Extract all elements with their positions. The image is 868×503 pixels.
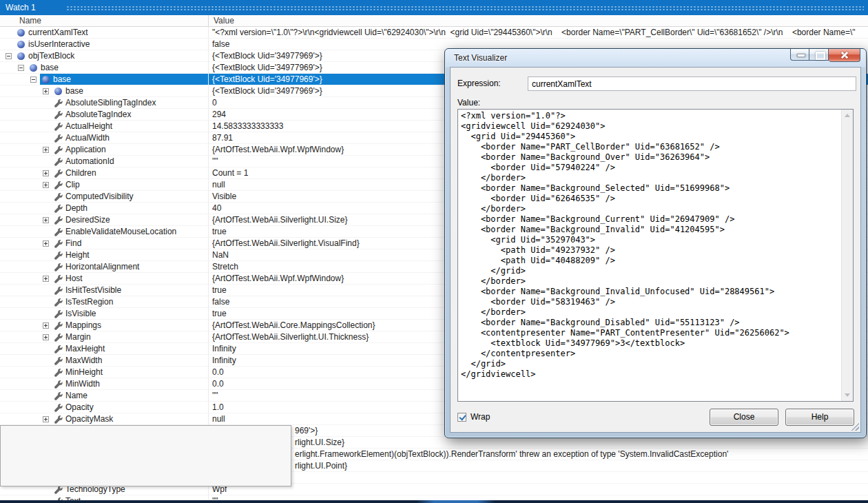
row-name: ActualHeight (65, 121, 112, 132)
expander-icon[interactable] (43, 170, 49, 176)
row-value[interactable]: 0.0 (212, 367, 224, 378)
expander-icon[interactable] (43, 334, 49, 340)
row-value[interactable]: 0.0 (212, 378, 224, 389)
wrench-icon (54, 181, 62, 189)
row-name: Depth (65, 203, 87, 214)
wrench-icon (54, 415, 62, 423)
window-edge-strip (0, 500, 868, 503)
row-value[interactable]: {ArtOfTest.WebAii.Silverlight.UI.Size} (212, 214, 348, 225)
row-value[interactable]: Count = 1 (212, 167, 248, 178)
row-name: base (53, 74, 71, 85)
row-value[interactable]: {<TextBlock Uid='34977969'>} (212, 85, 322, 96)
wrench-icon (54, 369, 62, 376)
row-value[interactable]: {ArtOfTest.WebAii.Core.MappingsCollectio… (212, 320, 375, 331)
scroll-down-arrow-icon[interactable] (845, 393, 850, 397)
value-text-area[interactable]: <?xml version="1.0"?> <gridviewcell Uid=… (457, 109, 854, 402)
variable-sphere-icon (17, 52, 25, 60)
row-name: Height (65, 249, 90, 260)
expander-icon[interactable] (43, 147, 49, 153)
expander-icon[interactable] (6, 53, 12, 59)
watch-window-titlebar[interactable]: Watch 1 (0, 0, 868, 15)
row-name: AutomationId (65, 156, 114, 167)
row-value[interactable]: "<?xml version=\"1.0\"?>\r\n<gridviewcel… (212, 27, 856, 38)
close-button[interactable]: Close (710, 409, 778, 426)
row-name: DesiredSize (65, 214, 110, 225)
column-resize-handle[interactable] (208, 15, 209, 26)
row-name: Mappings (65, 320, 101, 331)
row-value[interactable]: {ArtOfTest.WebAii.Wpf.WpfWindow} (212, 144, 344, 155)
row-value[interactable]: Infinity (212, 343, 236, 354)
wrench-icon (54, 228, 62, 236)
row-value[interactable]: 1.0 (212, 402, 224, 413)
wrench-icon (54, 392, 62, 400)
expander-icon[interactable] (43, 88, 49, 94)
expander-icon[interactable] (43, 217, 49, 223)
expander-icon[interactable] (43, 240, 49, 247)
row-value[interactable]: {ArtOfTest.WebAii.Wpf.WpfWindow} (212, 273, 344, 284)
wrench-icon (54, 298, 62, 306)
row-value[interactable]: 294 (212, 109, 226, 120)
row-value[interactable]: rlight.UI.Point} (295, 460, 347, 471)
help-button[interactable]: Help (785, 409, 854, 426)
row-value[interactable]: Visible (212, 191, 236, 202)
row-value[interactable]: "" (212, 390, 218, 401)
row-value[interactable]: null (212, 413, 225, 424)
expression-input[interactable] (528, 76, 856, 91)
row-value[interactable]: false (212, 296, 229, 307)
wrench-icon (54, 146, 62, 154)
dialog-client-area: Expression: Value: <?xml version="1.0"?>… (450, 67, 861, 433)
titlebar-drag-dots (66, 6, 864, 11)
row-value[interactable]: 0 (212, 97, 217, 108)
row-value[interactable]: {ArtOfTest.WebAii.Silverlight.VisualFind… (212, 238, 360, 249)
row-value[interactable]: 14.5833333333333 (212, 121, 283, 132)
watch-row[interactable]: currentXamlText "<?xml version=\"1.0\"?>… (0, 27, 868, 39)
scroll-up-arrow-icon[interactable] (845, 114, 850, 117)
column-header-value[interactable]: Value (214, 15, 234, 26)
row-value[interactable]: {<TextBlock Uid='34977969'>} (212, 74, 322, 85)
row-value[interactable]: 87.91 (212, 132, 233, 143)
wrench-icon (54, 333, 62, 341)
row-name: ComputedVisibility (65, 191, 134, 202)
expander-icon[interactable] (43, 182, 49, 188)
maximize-button[interactable] (809, 49, 829, 61)
row-value[interactable]: 969'>} (295, 425, 318, 436)
row-value[interactable]: false (212, 39, 229, 50)
row-value[interactable]: {<TextBlock Uid='34977969'>} (212, 62, 322, 73)
wrench-icon (54, 240, 62, 247)
row-name: base (65, 85, 83, 96)
row-value[interactable]: "" (212, 156, 218, 167)
row-value[interactable]: null (212, 179, 225, 190)
dialog-titlebar[interactable]: Text Visualizer (454, 53, 507, 63)
row-value[interactable]: Infinity (212, 355, 236, 366)
expander-icon[interactable] (43, 322, 49, 329)
row-value[interactable]: {<TextBlock Uid='34977969'>} (212, 50, 322, 61)
wrench-icon (54, 111, 62, 119)
row-value[interactable]: true (212, 285, 227, 296)
column-header-name[interactable]: Name (19, 15, 41, 26)
wrench-icon (54, 170, 62, 177)
row-value[interactable]: 40 (212, 203, 221, 214)
row-name: base (41, 62, 59, 73)
row-value[interactable]: true (212, 226, 227, 237)
row-value[interactable]: true (212, 308, 227, 319)
variable-sphere-icon (30, 64, 37, 72)
row-value[interactable]: Stretch (212, 261, 238, 272)
empty-datatip (0, 425, 291, 486)
row-name: Host (65, 273, 83, 284)
wrench-icon (54, 322, 62, 329)
row-value[interactable]: erlight.FrameworkElement)(objTextBlock))… (295, 449, 728, 460)
row-value[interactable]: NaN (212, 249, 229, 260)
expander-icon[interactable] (43, 276, 49, 282)
minimize-button[interactable] (790, 49, 809, 61)
row-value[interactable]: {ArtOfTest.WebAii.Silverlight.UI.Thickne… (212, 331, 369, 342)
row-name: Application (65, 144, 106, 155)
expander-icon[interactable] (43, 416, 49, 422)
row-value[interactable]: rlight.UI.Size} (295, 437, 344, 448)
wrench-icon (54, 404, 62, 411)
expander-icon[interactable] (18, 65, 24, 71)
vertical-scrollbar[interactable] (841, 110, 853, 401)
wrap-checkbox[interactable] (457, 413, 466, 422)
expander-icon[interactable] (30, 76, 37, 83)
wrap-checkbox-label: Wrap (471, 412, 490, 422)
close-window-button[interactable] (829, 49, 860, 62)
